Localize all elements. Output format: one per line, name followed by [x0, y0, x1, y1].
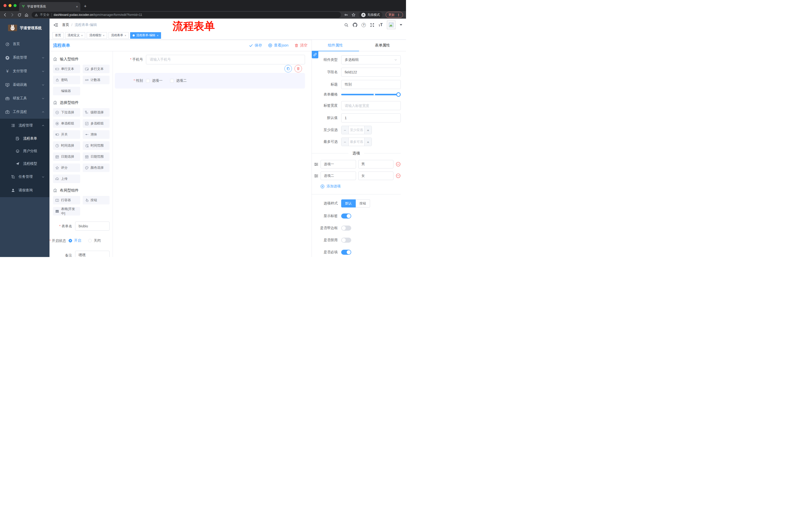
palette-item-time-range[interactable]: 时间范围 [83, 141, 110, 150]
avatar[interactable] [387, 21, 396, 29]
add-option-button[interactable]: 添加选项 [320, 184, 401, 189]
sidebar-item-home[interactable]: 首页 [0, 37, 50, 51]
drag-handle-icon[interactable] [314, 162, 318, 166]
palette-item-table[interactable]: 表格[开发中] [53, 207, 80, 216]
font-size-icon[interactable]: TT [379, 23, 383, 27]
sidebar-item-infra[interactable]: 基础设施 [0, 78, 50, 91]
bookmark-star-icon[interactable] [351, 13, 355, 17]
gender-option-2[interactable]: 选项二 [170, 78, 187, 83]
palette-item-date-picker[interactable]: 日期选择 [53, 153, 80, 161]
form-grid-slider[interactable] [341, 94, 399, 95]
new-tab-button[interactable]: + [84, 4, 87, 11]
minimize-window-button[interactable] [8, 4, 11, 7]
palette-item-select[interactable]: 下拉选择 [53, 108, 80, 117]
browser-tab[interactable]: 芋道管理系统 × [19, 2, 80, 11]
palette-item-rate[interactable]: 评分 [53, 163, 80, 172]
tag-home[interactable]: 首页 [53, 32, 63, 39]
palette-item-radio-group[interactable]: 单选框组 [53, 119, 80, 128]
form-remark-textarea[interactable]: 嘿嘿 [75, 251, 110, 257]
copy-component-button[interactable] [284, 65, 292, 73]
option-value-input[interactable] [358, 160, 394, 168]
sidebar-item-workflow[interactable]: 工作流程 [0, 105, 50, 119]
palette-item-cascader[interactable]: 级联选择 [83, 108, 110, 117]
phone-field-input[interactable]: 请输入手机号 [146, 55, 305, 64]
palette-item-switch[interactable]: 开关 [53, 130, 80, 139]
stepper-minus-button[interactable]: − [342, 126, 349, 134]
close-tag-icon[interactable]: × [125, 34, 126, 37]
avatar-caret-icon[interactable] [400, 24, 402, 26]
window-controls[interactable] [3, 4, 17, 7]
show-label-toggle[interactable] [341, 214, 351, 218]
option-label-input[interactable] [321, 171, 356, 180]
canvas-field-phone[interactable]: 手机号 请输入手机号 [115, 55, 305, 64]
palette-item-date-range[interactable]: 日期范围 [83, 153, 110, 161]
palette-item-color-picker[interactable]: 颜色选择 [83, 163, 110, 172]
url-text[interactable]: dashboard.yudao.iocoder.cn/bpm/manager/f… [54, 13, 142, 17]
gender-option-1[interactable]: 选项一 [146, 78, 163, 83]
sidebar-item-process-form[interactable]: 流程表单 [0, 132, 50, 145]
status-on-radio[interactable]: 开启 [68, 238, 81, 243]
fullscreen-icon[interactable] [370, 23, 374, 27]
style-button-button[interactable]: 按钮 [356, 199, 370, 208]
tag-process-model[interactable]: 流程模型× [87, 32, 107, 39]
back-icon[interactable] [3, 13, 7, 17]
tag-process-definition[interactable]: 流程定义× [65, 32, 85, 39]
palette-item-time-picker[interactable]: 时间选择 [53, 141, 80, 150]
tag-process-form-edit[interactable]: 流程表单-编辑× [130, 32, 161, 39]
field-name-input[interactable] [341, 67, 401, 77]
close-tag-icon[interactable]: × [81, 34, 83, 37]
sidebar-item-payment[interactable]: ¥ 支付管理 [0, 64, 50, 78]
password-key-icon[interactable] [344, 13, 348, 17]
close-tag-icon[interactable]: × [103, 34, 104, 37]
reload-icon[interactable] [18, 13, 21, 17]
form-canvas[interactable]: 手机号 请输入手机号 [113, 51, 312, 257]
sidebar-fold-icon[interactable] [53, 23, 58, 27]
disabled-toggle[interactable] [341, 238, 351, 243]
palette-item-counter[interactable]: 123 计数器 [83, 76, 110, 84]
sidebar-item-system[interactable]: 系统管理 [0, 51, 50, 64]
delete-component-button[interactable] [294, 65, 302, 73]
clear-button[interactable]: 清空 [294, 43, 308, 48]
help-icon[interactable]: ? [361, 23, 366, 27]
tab-component-props[interactable]: 组件属性 [312, 40, 359, 51]
update-button[interactable]: 更新 ⋮ [386, 12, 403, 18]
palette-item-multi-text[interactable]: 多行文本 [83, 64, 110, 73]
sidebar-item-task-mgmt[interactable]: 任务管理 [0, 170, 50, 184]
sidebar-item-devtools[interactable]: 研发工具 [0, 91, 50, 105]
tab-form-props[interactable]: 表单属性 [359, 40, 406, 51]
drag-handle-icon[interactable] [314, 174, 318, 178]
max-select-value[interactable]: 最多可选 [349, 138, 364, 146]
forward-icon[interactable] [10, 13, 14, 17]
label-width-input[interactable] [341, 101, 401, 110]
style-default-button[interactable]: 默认 [341, 199, 356, 208]
required-toggle[interactable] [341, 250, 351, 255]
not-secure-label[interactable]: 不安全 [40, 13, 50, 17]
slider-handle[interactable] [396, 92, 401, 97]
save-button[interactable]: 保存 [249, 43, 262, 48]
zoom-window-button[interactable] [13, 4, 17, 7]
palette-item-single-text[interactable]: 单行文本 [53, 64, 80, 73]
search-icon[interactable] [344, 23, 348, 27]
sidebar-item-process-mgmt[interactable]: 流程管理 [0, 119, 50, 132]
breadcrumb-home[interactable]: 首页 [62, 23, 69, 27]
stepper-plus-button[interactable]: + [364, 138, 372, 146]
browser-menu-icon[interactable]: ⋮ [397, 13, 400, 17]
github-icon[interactable] [353, 23, 357, 27]
remove-option-button[interactable] [396, 162, 401, 167]
component-type-select[interactable]: 多选框组 [341, 55, 401, 64]
option-label-input[interactable] [321, 160, 356, 168]
canvas-field-gender-selected[interactable]: 性别 选项一 选项二 [115, 73, 305, 88]
form-name-input[interactable] [75, 221, 110, 231]
remove-option-button[interactable] [396, 173, 401, 178]
sidebar-item-process-model[interactable]: 流程模型 [0, 157, 50, 170]
url-bar[interactable]: 不安全 dashboard.yudao.iocoder.cn/bpm/manag… [32, 12, 341, 18]
link-affix-button[interactable] [312, 51, 318, 58]
border-toggle[interactable] [341, 225, 351, 231]
stepper-plus-button[interactable]: + [364, 126, 372, 134]
sidebar-item-leave-query[interactable]: 请假查询 [0, 184, 50, 197]
palette-item-editor[interactable]: 编辑器 [53, 87, 80, 95]
view-json-button[interactable]: 查看json [268, 43, 288, 48]
close-tag-icon[interactable]: × [157, 34, 158, 37]
palette-item-button[interactable]: 按钮 [83, 196, 110, 205]
min-select-value[interactable]: 至少应选 [349, 126, 364, 134]
